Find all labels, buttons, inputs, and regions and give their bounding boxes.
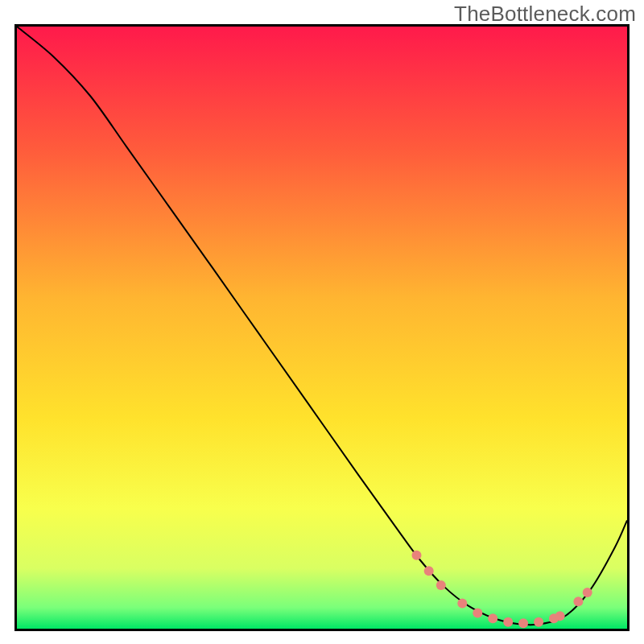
marker-dot <box>518 618 528 628</box>
plot-area <box>14 24 630 631</box>
curve-layer <box>17 27 627 629</box>
marker-dot <box>473 609 482 618</box>
marker-dot <box>424 566 434 576</box>
marker-dot <box>488 613 497 623</box>
bottleneck-curve <box>17 27 627 625</box>
chart-frame: TheBottleneck.com <box>0 0 644 644</box>
marker-dot <box>555 611 565 621</box>
marker-dot <box>583 588 592 597</box>
marker-dot <box>457 599 467 609</box>
marker-dot <box>534 617 543 627</box>
watermark-text: TheBottleneck.com <box>454 2 636 27</box>
marker-dot <box>436 580 446 590</box>
marker-dot <box>573 597 583 606</box>
marker-dot <box>412 551 422 560</box>
marker-dot <box>503 617 513 627</box>
